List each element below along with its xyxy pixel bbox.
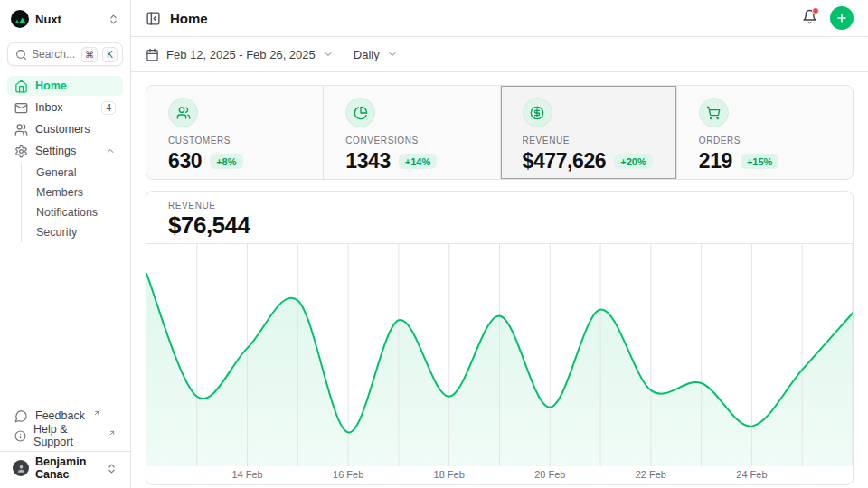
stat-delta-badge: +14% (399, 154, 437, 169)
topbar: Home (131, 0, 868, 37)
app-window: Nuxt Search... ⌘ K Home Inbox 4 Cust (0, 0, 868, 488)
sidebar-item-customers[interactable]: Customers (7, 119, 123, 139)
sidebar-item-members[interactable]: Members (22, 183, 123, 202)
plus-icon (835, 12, 848, 24)
stat-card-customers[interactable]: CUSTOMERS 630 +8% (146, 86, 323, 179)
sidebar-item-security[interactable]: Security (22, 222, 123, 242)
stat-value: 219 (699, 149, 732, 174)
workspace-name: Nuxt (35, 13, 61, 26)
settings-submenu: General Members Notifications Security (21, 163, 123, 242)
chevrons-up-down-icon (108, 14, 119, 25)
panel-left-close-icon (146, 11, 161, 26)
chevron-down-icon (323, 49, 334, 60)
house-icon (14, 80, 28, 93)
search-icon (15, 49, 27, 61)
chart-metric-label: REVENUE (168, 201, 831, 211)
x-tick-label: 22 Feb (636, 469, 666, 480)
external-link-icon (108, 427, 116, 439)
sidebar-item-label: Home (35, 80, 67, 92)
stat-value: 630 (168, 149, 202, 174)
inbox-count-badge: 4 (101, 101, 116, 115)
sidebar-item-label: Customers (35, 123, 90, 136)
x-tick-label: 14 Feb (231, 469, 262, 480)
chart-canvas (146, 244, 853, 466)
date-range-value: Feb 12, 2025 - Feb 26, 2025 (166, 48, 316, 61)
avatar (13, 460, 29, 476)
granularity-select[interactable]: Daily (354, 48, 398, 61)
users-icon (14, 123, 28, 136)
stat-label: ORDERS (699, 136, 844, 145)
x-tick-label: 18 Feb (434, 469, 465, 480)
gear-icon (14, 145, 28, 158)
stat-label: CUSTOMERS (168, 136, 314, 145)
x-tick-label: 20 Feb (534, 469, 565, 480)
chart-header: REVENUE $76,544 (146, 192, 853, 244)
add-button[interactable] (830, 6, 854, 30)
date-range-picker[interactable]: Feb 12, 2025 - Feb 26, 2025 (146, 48, 334, 61)
nuxt-logo-icon (11, 10, 29, 28)
chart-metric-value: $76,544 (168, 211, 831, 239)
x-tick-label: 24 Feb (736, 469, 767, 480)
stat-value: $477,626 (523, 149, 607, 174)
chat-bubble-icon (14, 409, 28, 423)
cart-icon (699, 98, 729, 127)
granularity-value: Daily (354, 48, 380, 61)
stat-card-revenue[interactable]: REVENUE $477,626 +20% (500, 86, 676, 179)
page-title: Home (170, 11, 208, 26)
stat-card-orders[interactable]: ORDERS 219 +15% (676, 86, 853, 179)
sidebar-item-home[interactable]: Home (7, 76, 123, 96)
stat-card-conversions[interactable]: CONVERSIONS 1343 +14% (323, 86, 499, 179)
notifications-button[interactable] (802, 9, 817, 28)
sidebar-item-general[interactable]: General (22, 163, 123, 183)
sidebar-item-settings[interactable]: Settings (7, 141, 123, 161)
sidebar-toggle-button[interactable] (146, 11, 161, 26)
stat-delta-badge: +15% (741, 154, 778, 169)
stat-label: CONVERSIONS (345, 136, 490, 145)
revenue-chart-card: REVENUE $76,544 (146, 191, 854, 485)
sidebar-item-label: Inbox (35, 101, 63, 114)
stat-delta-badge: +8% (210, 154, 242, 169)
calendar-icon (146, 48, 159, 61)
chart-x-axis: 14 Feb16 Feb18 Feb20 Feb22 Feb24 Feb (146, 466, 853, 484)
stat-delta-badge: +20% (614, 154, 652, 169)
external-link-icon (93, 407, 100, 419)
sidebar-spacer (7, 242, 123, 406)
x-tick-label: 16 Feb (333, 469, 363, 480)
search-input[interactable]: Search... ⌘ K (7, 42, 123, 66)
search-placeholder: Search... (32, 48, 77, 61)
chevron-up-icon (105, 145, 116, 156)
users-icon (168, 98, 198, 127)
sidebar: Nuxt Search... ⌘ K Home Inbox 4 Cust (0, 0, 131, 488)
sidebar-divider (0, 451, 130, 452)
kbd-k: K (102, 47, 118, 62)
sidebar-item-inbox[interactable]: Inbox 4 (7, 98, 123, 117)
sidebar-nav: Home Inbox 4 Customers Settings General (7, 76, 123, 242)
sidebar-item-label: Settings (35, 145, 76, 157)
topbar-actions (802, 6, 854, 30)
help-support-link[interactable]: Help & Support (7, 426, 123, 446)
kbd-meta: ⌘ (81, 47, 98, 62)
stats-row: CUSTOMERS 630 +8% CONVERSIONS 1343 +14% (146, 85, 854, 180)
stat-label: REVENUE (523, 136, 667, 145)
main-panel: Home Feb 12, 2025 - Feb 26, 2025 Daily (131, 0, 868, 488)
filter-toolbar: Feb 12, 2025 - Feb 26, 2025 Daily (131, 37, 868, 72)
notification-dot (812, 7, 819, 14)
inbox-icon (14, 101, 28, 115)
info-circle-icon (14, 429, 26, 443)
revenue-area-chart (146, 244, 853, 466)
sidebar-item-notifications[interactable]: Notifications (22, 202, 123, 222)
user-menu[interactable]: Benjamin Canac (7, 455, 123, 481)
dashboard-content: CUSTOMERS 630 +8% CONVERSIONS 1343 +14% (131, 72, 868, 488)
chevron-down-icon (387, 49, 398, 60)
user-name: Benjamin Canac (35, 455, 99, 481)
footer-item-label: Feedback (35, 409, 85, 422)
pie-chart-icon (345, 98, 375, 127)
footer-item-label: Help & Support (33, 423, 100, 448)
chevrons-up-down-icon (106, 463, 118, 474)
workspace-switcher[interactable]: Nuxt (7, 7, 123, 31)
dollar-circle-icon (523, 98, 552, 127)
stat-value: 1343 (345, 149, 391, 174)
